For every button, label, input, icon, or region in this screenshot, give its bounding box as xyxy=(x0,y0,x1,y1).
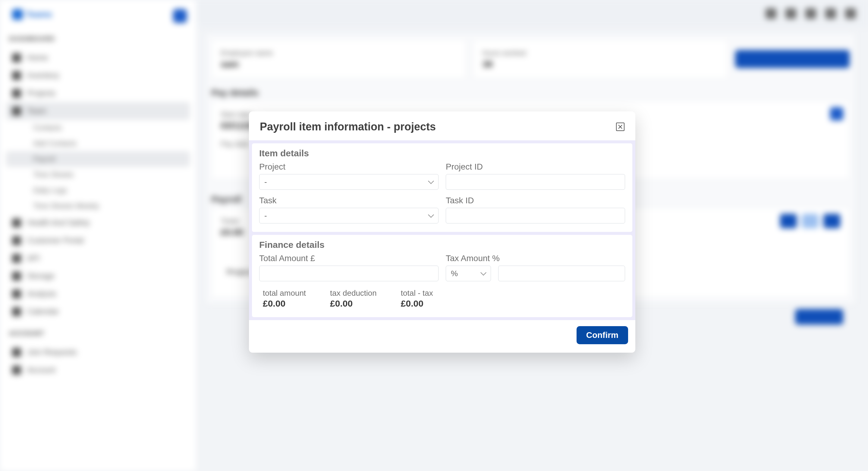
hours-worked-value: 38 xyxy=(483,59,718,69)
close-icon xyxy=(618,125,622,129)
item-details-panel: Item details Project - Project ID xyxy=(252,143,632,232)
sidebar-subitem-payroll[interactable]: Payroll xyxy=(6,151,190,167)
project-label: Project xyxy=(259,162,438,172)
sidebar-item-label: Account xyxy=(27,365,56,375)
modal-header: Payroll item information - projects xyxy=(249,111,635,140)
sidebar-collapse-button[interactable] xyxy=(173,9,187,23)
calendar-icon xyxy=(12,307,21,316)
inventory-icon xyxy=(12,71,21,80)
sidebar-item-label: Team xyxy=(27,106,46,115)
finance-details-title: Finance details xyxy=(259,240,625,250)
project-id-label: Project ID xyxy=(446,162,625,172)
sidebar-item-label: Calendar xyxy=(27,307,59,316)
health-icon xyxy=(12,218,21,227)
summary-total-amount-value: £0.00 xyxy=(263,298,306,309)
export-button[interactable] xyxy=(802,214,818,228)
project-id-input[interactable] xyxy=(446,174,625,190)
tax-percent-select[interactable]: % xyxy=(446,266,491,281)
sidebar-subitem-time-sheets[interactable]: Time Sheets xyxy=(6,167,190,182)
task-id-label: Task ID xyxy=(446,196,625,205)
sidebar-subitem-add-contacts[interactable]: Add Contacts xyxy=(6,136,190,151)
topbar-icon-1[interactable] xyxy=(766,8,776,19)
summary-total-amount-label: total amount xyxy=(263,289,306,298)
summary-total-minus-tax-value: £0.00 xyxy=(401,298,433,309)
join-icon xyxy=(12,348,21,357)
portal-icon xyxy=(12,236,21,245)
home-icon xyxy=(12,53,21,62)
sidebar-item-label: Storage xyxy=(27,271,55,281)
task-id-input[interactable] xyxy=(446,208,625,224)
modal-footer: Confirm xyxy=(249,320,635,352)
edit-pay-details-icon[interactable] xyxy=(830,107,843,121)
sidebar-section-account: ACCOUNT xyxy=(9,330,190,337)
sidebar-item-label: Home xyxy=(27,53,48,62)
sidebar: Teams DASHBOARD Home Inventory Projects … xyxy=(0,0,196,471)
sidebar-item-api[interactable]: API xyxy=(6,249,190,267)
tax-amount-input[interactable] xyxy=(498,266,625,281)
sidebar-item-analysis[interactable]: Analysis xyxy=(6,285,190,303)
brand-name: Teams xyxy=(26,10,52,19)
top-bar xyxy=(196,0,868,27)
modal-title: Payroll item information - projects xyxy=(260,121,436,133)
summary-tax-deduction-label: tax deduction xyxy=(330,289,377,298)
close-button[interactable] xyxy=(616,123,624,131)
item-details-title: Item details xyxy=(259,148,625,159)
sidebar-subitem-contacts[interactable]: Contacts xyxy=(6,120,190,136)
finance-details-panel: Finance details Total Amount £ Tax Amoun… xyxy=(252,235,632,317)
sidebar-item-projects[interactable]: Projects xyxy=(6,84,190,102)
employee-name-label: Employee name xyxy=(221,49,457,57)
sidebar-item-join-requests[interactable]: Join Requests xyxy=(6,343,190,361)
api-icon xyxy=(12,254,21,263)
sidebar-item-calendar[interactable]: Calendar xyxy=(6,303,190,321)
sidebar-item-label: Analysis xyxy=(27,289,56,298)
sidebar-item-label: Join Requests xyxy=(27,347,77,357)
employee-name-value: sam xyxy=(221,59,457,69)
modal-body: Item details Project - Project ID xyxy=(249,140,635,320)
team-icon xyxy=(12,107,21,115)
task-label: Task xyxy=(259,196,438,205)
sidebar-item-home[interactable]: Home xyxy=(6,49,190,67)
topbar-icon-5[interactable] xyxy=(845,8,856,19)
sidebar-item-account[interactable]: Account xyxy=(6,361,190,379)
brand-logo: Teams xyxy=(6,9,190,20)
sidebar-subitem-daily-logs[interactable]: Daily Logs xyxy=(6,182,190,198)
add-item-button[interactable] xyxy=(780,214,797,228)
confirm-button[interactable]: Confirm xyxy=(577,326,628,344)
sidebar-item-storage[interactable]: Storage xyxy=(6,267,190,285)
hours-worked-label: hours worked xyxy=(483,49,718,57)
topbar-icon-4[interactable] xyxy=(825,8,836,19)
total-amount-label: Total Amount £ xyxy=(259,254,438,263)
sidebar-item-label: API xyxy=(27,254,40,263)
storage-icon xyxy=(12,272,21,281)
sidebar-item-label: Customer Portal xyxy=(27,236,84,245)
sidebar-item-customer-portal[interactable]: Customer Portal xyxy=(6,232,190,249)
pay-details-title: Pay details xyxy=(211,88,849,98)
sidebar-item-team[interactable]: Team xyxy=(6,102,190,120)
sidebar-item-health-safety[interactable]: Health And Safety xyxy=(6,214,190,232)
sidebar-item-inventory[interactable]: Inventory xyxy=(6,67,190,84)
pay-sheets-button[interactable] xyxy=(824,214,840,228)
payroll-item-modal: Payroll item information - projects Item… xyxy=(249,111,635,352)
topbar-icon-3[interactable] xyxy=(805,8,816,19)
summary-total-minus-tax-label: total - tax xyxy=(401,289,433,298)
topbar-icon-2[interactable] xyxy=(785,8,796,19)
analysis-icon xyxy=(12,290,21,298)
finance-summary: total amount £0.00 tax deduction £0.00 t… xyxy=(259,289,625,309)
update-button[interactable] xyxy=(735,50,849,68)
sidebar-subitem-time-sheets-weekly[interactable]: Time Sheets Weekly xyxy=(6,198,190,214)
sidebar-section-dashboard: DASHBOARD xyxy=(9,35,190,43)
task-select[interactable]: - xyxy=(259,208,438,224)
approve-button[interactable] xyxy=(795,309,843,325)
project-select[interactable]: - xyxy=(259,174,438,190)
sidebar-item-label: Health And Safety xyxy=(27,218,90,227)
account-icon xyxy=(12,366,21,375)
summary-tax-deduction-value: £0.00 xyxy=(330,298,377,309)
tax-amount-label: Tax Amount % xyxy=(446,254,625,263)
sidebar-item-label: Inventory xyxy=(27,71,59,80)
logo-icon xyxy=(12,9,23,20)
projects-icon xyxy=(12,89,21,98)
total-amount-input[interactable] xyxy=(259,266,438,281)
sidebar-item-label: Projects xyxy=(27,89,56,98)
